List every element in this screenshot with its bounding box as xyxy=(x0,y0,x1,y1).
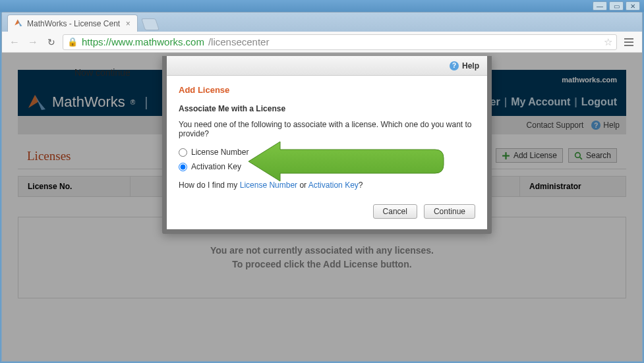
browser-window: MathWorks - License Cent × ← → ↻ 🔒 https… xyxy=(1,12,643,362)
radio-license-number[interactable]: License Number xyxy=(179,148,475,157)
tab-title: MathWorks - License Cent xyxy=(27,19,120,28)
license-number-help-link[interactable]: License Number xyxy=(240,181,297,190)
window-titlebar: — ▭ ✕ xyxy=(0,0,644,12)
modal-titlebar: ? Help xyxy=(167,56,487,76)
modal-instruction: You need one of the following to associa… xyxy=(179,120,475,138)
lock-icon: 🔒 xyxy=(67,37,78,47)
url-path: /licensecenter xyxy=(208,36,270,47)
address-bar[interactable]: 🔒 https://www.mathworks.com/licensecente… xyxy=(63,34,617,50)
cancel-button[interactable]: Cancel xyxy=(373,204,417,219)
browser-menu-button[interactable] xyxy=(621,34,637,50)
modal-help-link[interactable]: Help xyxy=(462,61,479,70)
modal-subheading: Associate Me with a License xyxy=(179,104,475,113)
modal-heading: Add License xyxy=(179,85,475,95)
radio-activation-key[interactable]: Activation Key xyxy=(179,162,475,171)
browser-viewport: mathworks.com MathWorks® | Vurlicer| My … xyxy=(2,53,642,361)
browser-toolbar: ← → ↻ 🔒 https://www.mathworks.com/licens… xyxy=(2,32,642,53)
browser-tab-active[interactable]: MathWorks - License Cent × xyxy=(7,14,138,32)
browser-tab-strip: MathWorks - License Cent × xyxy=(2,13,642,32)
continue-button[interactable]: Continue xyxy=(424,204,475,219)
radio-license-number-input[interactable] xyxy=(179,148,187,157)
window-maximize-button[interactable]: ▭ xyxy=(609,1,624,11)
tab-close-icon[interactable]: × xyxy=(124,20,132,28)
matlab-icon xyxy=(13,18,23,28)
radio-license-number-label: License Number xyxy=(191,148,249,157)
new-tab-button[interactable] xyxy=(141,18,160,30)
add-license-modal: ? Help Add License Associate Me with a L… xyxy=(162,56,492,234)
help-icon: ? xyxy=(450,61,459,70)
find-help-line: How do I find my License Number or Activ… xyxy=(179,181,475,190)
radio-activation-key-label: Activation Key xyxy=(191,162,241,171)
radio-activation-key-input[interactable] xyxy=(179,163,187,171)
forward-button[interactable]: → xyxy=(26,35,40,49)
modal-footer: Cancel Continue xyxy=(167,195,487,229)
back-button[interactable]: ← xyxy=(7,35,22,49)
window-close-button[interactable]: ✕ xyxy=(626,1,640,11)
window-minimize-button[interactable]: — xyxy=(593,1,607,11)
activation-key-help-link[interactable]: Activation Key xyxy=(308,181,359,190)
url-host: https://www.mathworks.com xyxy=(82,36,204,47)
reload-button[interactable]: ↻ xyxy=(44,35,59,49)
bookmark-star-icon[interactable]: ☆ xyxy=(604,36,612,48)
